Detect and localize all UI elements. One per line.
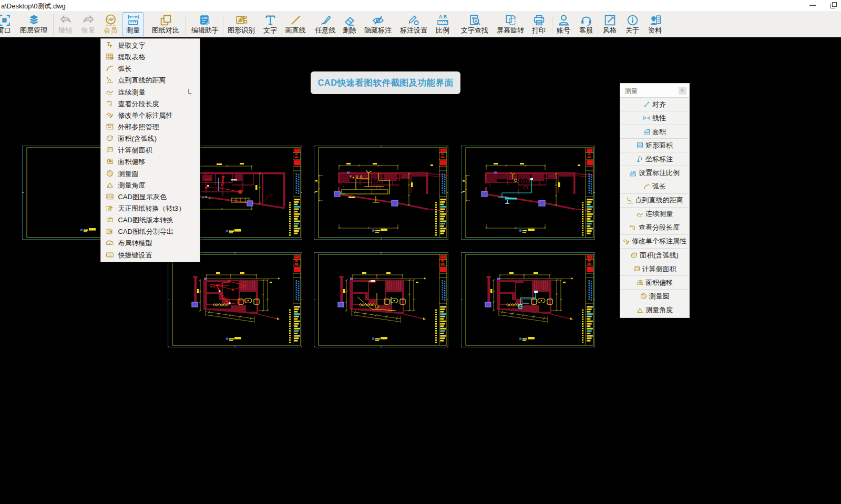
svg-text:VIP: VIP: [107, 17, 114, 22]
svg-text:A:B: A:B: [630, 170, 635, 173]
svg-text:CAD: CAD: [201, 16, 207, 19]
svg-text:A:B: A:B: [439, 14, 447, 19]
svg-text:A: A: [474, 18, 477, 23]
svg-text:CAD: CAD: [107, 195, 112, 198]
